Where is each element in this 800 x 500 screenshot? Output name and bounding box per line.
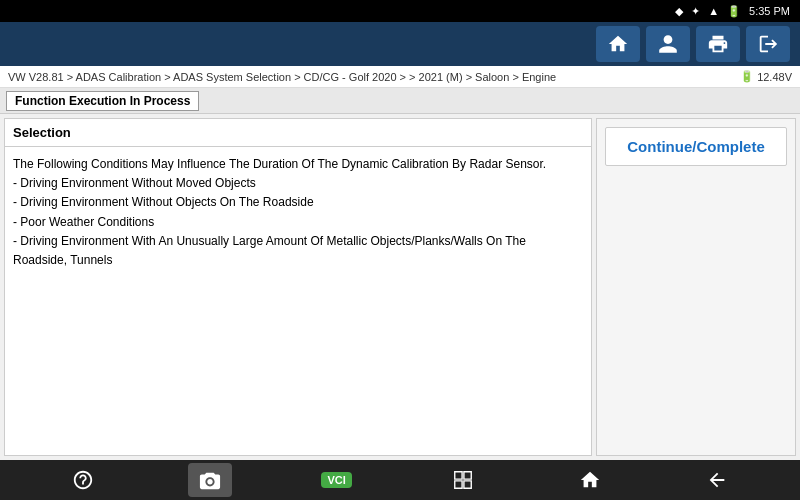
breadcrumb: VW V28.81 > ADAS Calibration > ADAS Syst… [8, 71, 556, 83]
home-bottom-icon [579, 469, 601, 491]
function-status-label: Function Execution In Process [6, 91, 199, 111]
camera-bottom-button[interactable] [188, 463, 232, 497]
bottom-nav-bar: VCI [0, 460, 800, 500]
continue-complete-button[interactable]: Continue/Complete [605, 127, 787, 166]
home-nav-button[interactable] [596, 26, 640, 62]
function-bar: Function Execution In Process [0, 88, 800, 114]
settings-bottom-button[interactable] [61, 463, 105, 497]
window-bottom-button[interactable] [441, 463, 485, 497]
vci-label: VCI [321, 472, 351, 488]
battery-icon: 🔋 [740, 70, 754, 83]
left-panel: Selection The Following Conditions May I… [4, 118, 592, 456]
wifi-icon: ▲ [708, 5, 719, 17]
exit-icon [757, 33, 779, 55]
gps-icon: ◆ [675, 5, 683, 18]
battery-voltage: 12.48V [757, 71, 792, 83]
status-bar: ◆ ✦ ▲ 🔋 5:35 PM [0, 0, 800, 22]
back-icon [706, 469, 728, 491]
top-nav-bar [0, 22, 800, 66]
window-icon [452, 469, 474, 491]
camera-icon [199, 469, 221, 491]
print-nav-button[interactable] [696, 26, 740, 62]
panel-header: Selection [5, 119, 591, 147]
time-display: 5:35 PM [749, 5, 790, 17]
breadcrumb-bar: VW V28.81 > ADAS Calibration > ADAS Syst… [0, 66, 800, 88]
settings-icon [72, 469, 94, 491]
battery-info: 🔋 12.48V [740, 70, 792, 83]
print-icon [707, 33, 729, 55]
back-bottom-button[interactable] [695, 463, 739, 497]
home-bottom-button[interactable] [568, 463, 612, 497]
main-content: Selection The Following Conditions May I… [0, 114, 800, 460]
right-panel: Continue/Complete [596, 118, 796, 456]
profile-icon [657, 33, 679, 55]
vci-bottom-button[interactable]: VCI [315, 463, 359, 497]
bluetooth-icon: ✦ [691, 5, 700, 18]
profile-nav-button[interactable] [646, 26, 690, 62]
exit-nav-button[interactable] [746, 26, 790, 62]
panel-body: The Following Conditions May Influence T… [5, 147, 591, 455]
home-icon [607, 33, 629, 55]
battery-status-icon: 🔋 [727, 5, 741, 18]
conditions-text: The Following Conditions May Influence T… [13, 155, 583, 270]
